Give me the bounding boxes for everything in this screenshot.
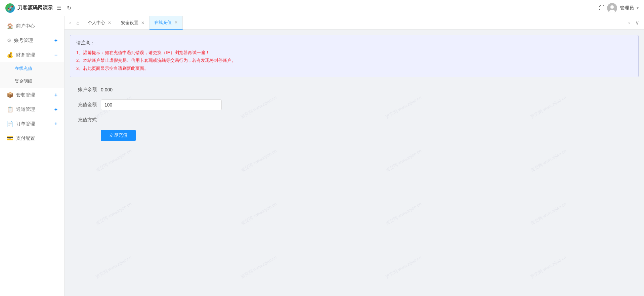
fullscreen-icon[interactable]: ⛶	[599, 5, 604, 11]
watermark-text: 资交网 www.zijiao.cn	[240, 201, 277, 226]
watermark-text: 资交网 www.zijiao.cn	[95, 148, 133, 173]
sidebar-label-merchant: 商户中心	[16, 23, 35, 29]
watermark-text: 资交网 www.zijiao.cn	[384, 148, 422, 173]
order-icon: 📄	[7, 121, 13, 127]
merchant-icon: 🏠	[7, 23, 13, 29]
channel-icon: 📋	[7, 106, 13, 113]
finance-collapse-icon[interactable]: −	[54, 52, 57, 58]
sidebar-item-order[interactable]: 📄 订单管理 +	[0, 117, 64, 131]
sidebar-label-channel: 通道管理	[16, 107, 35, 113]
notice-item-2: 2、本站账户禁止虚假交易、信用卡套现或洗钱等交易行为，若有发现将封停账户。	[76, 56, 632, 64]
page-content: 资交网 www.zijiao.cn资交网 www.zijiao.cn资交网 ww…	[65, 30, 644, 296]
amount-row: 充值金额	[70, 99, 639, 110]
notice-title: 请注意：	[76, 40, 632, 46]
method-row: 充值方式	[70, 117, 639, 123]
balance-row: 账户余额 0.000	[70, 87, 639, 93]
tab-expand-btn[interactable]: ∨	[633, 18, 641, 27]
submit-button[interactable]: 立即充值	[101, 130, 136, 141]
topbar-icons: ☰ ↻	[57, 5, 71, 11]
tab-security[interactable]: 安全设置 ✕	[116, 16, 149, 30]
order-expand-icon[interactable]: +	[54, 121, 57, 127]
tab-bar-left: ‹ ⌂ 个人中心 ✕ 安全设置 ✕ 在线充值 ✕	[67, 16, 626, 30]
sidebar-label-statement: 资金明细	[15, 79, 32, 84]
menu-toggle-icon[interactable]: ☰	[57, 5, 61, 11]
package-expand-icon[interactable]: +	[54, 92, 57, 98]
tab-personal-close-icon[interactable]: ✕	[108, 20, 111, 25]
package-icon: 📦	[7, 92, 13, 98]
sidebar-label-account: 账号管理	[14, 38, 33, 44]
admin-avatar	[607, 3, 617, 13]
tab-personal-label: 个人中心	[88, 20, 105, 26]
sidebar-item-recharge[interactable]: 在线充值	[0, 62, 64, 75]
topbar-left: 🚀 刀客源码网演示 ☰ ↻	[5, 3, 71, 13]
admin-name[interactable]: 管理员	[620, 5, 634, 11]
topbar: 🚀 刀客源码网演示 ☰ ↻ ⛶ 管理员 ▾	[0, 0, 644, 16]
channel-expand-icon[interactable]: +	[54, 107, 57, 113]
sidebar-item-finance[interactable]: 💰 财务管理 −	[0, 48, 64, 62]
balance-value: 0.000	[101, 87, 113, 92]
watermark-text: 资交网 www.zijiao.cn	[240, 148, 277, 173]
sidebar-label-order: 订单管理	[16, 121, 35, 127]
tab-personal[interactable]: 个人中心 ✕	[83, 16, 116, 30]
finance-submenu: 在线充值 资金明细	[0, 62, 64, 88]
watermark-text: 资交网 www.zijiao.cn	[529, 254, 567, 280]
watermark-text: 资交网 www.zijiao.cn	[95, 201, 133, 226]
svg-point-1	[610, 5, 614, 9]
tab-bar: ‹ ⌂ 个人中心 ✕ 安全设置 ✕ 在线充值 ✕ › ∨	[65, 16, 644, 30]
tab-home-icon[interactable]: ⌂	[73, 20, 83, 26]
account-expand-icon[interactable]: +	[54, 38, 57, 44]
watermark-text: 资交网 www.zijiao.cn	[240, 254, 277, 280]
sidebar-item-merchant[interactable]: 🏠 商户中心	[0, 19, 64, 33]
finance-icon: 💰	[7, 52, 13, 58]
sidebar-item-channel[interactable]: 📋 通道管理 +	[0, 102, 64, 117]
watermark-text: 资交网 www.zijiao.cn	[384, 201, 422, 226]
watermark-text: 资交网 www.zijiao.cn	[95, 254, 133, 280]
tab-security-label: 安全设置	[121, 20, 138, 26]
method-label: 充值方式	[70, 117, 97, 123]
amount-input[interactable]	[101, 99, 222, 110]
balance-label: 账户余额	[70, 87, 97, 93]
sidebar-item-account[interactable]: ⚙ 账号管理 +	[0, 33, 64, 48]
amount-label: 充值金额	[70, 102, 97, 108]
tab-back-btn[interactable]: ‹	[67, 20, 73, 26]
payment-icon: 💳	[7, 135, 13, 141]
topbar-right: ⛶ 管理员 ▾	[599, 3, 639, 13]
admin-chevron-icon[interactable]: ▾	[637, 6, 639, 10]
tab-recharge[interactable]: 在线充值 ✕	[149, 16, 183, 30]
tab-recharge-close-icon[interactable]: ✕	[174, 20, 178, 25]
logo-area: 🚀 刀客源码网演示	[5, 3, 53, 13]
account-icon: ⚙	[7, 37, 11, 44]
notice-item-3: 3、若此页面显示空白请刷新此页面。	[76, 65, 632, 72]
main-layout: 🏠 商户中心 ⚙ 账号管理 + 💰 财务管理 − 在线充值 资金明细	[0, 16, 644, 296]
watermark-text: 资交网 www.zijiao.cn	[384, 254, 422, 280]
tab-forward-btn[interactable]: ›	[626, 18, 632, 27]
refresh-icon[interactable]: ↻	[67, 5, 71, 11]
notice-item-1: 1、温馨提示：如在充值中遇到错误，请更换（IE）浏览器再试一遍！	[76, 49, 632, 56]
content-area: ‹ ⌂ 个人中心 ✕ 安全设置 ✕ 在线充值 ✕ › ∨	[65, 16, 644, 296]
sidebar-item-payment[interactable]: 💳 支付配置	[0, 131, 64, 145]
sidebar-label-payment: 支付配置	[16, 135, 35, 141]
watermark-text: 资交网 www.zijiao.cn	[529, 201, 567, 226]
tab-recharge-label: 在线充值	[154, 19, 172, 26]
sidebar-label-recharge: 在线充值	[15, 66, 32, 71]
form-area: 账户余额 0.000 充值金额 充值方式 立即充值	[70, 84, 639, 144]
watermark-text: 资交网 www.zijiao.cn	[529, 148, 567, 173]
sidebar: 🏠 商户中心 ⚙ 账号管理 + 💰 财务管理 − 在线充值 资金明细	[0, 16, 65, 296]
notice-box: 请注意： 1、温馨提示：如在充值中遇到错误，请更换（IE）浏览器再试一遍！ 2、…	[70, 35, 639, 77]
tab-security-close-icon[interactable]: ✕	[141, 20, 144, 25]
sidebar-label-finance: 财务管理	[16, 52, 35, 58]
sidebar-item-package[interactable]: 📦 套餐管理 +	[0, 88, 64, 102]
sidebar-label-package: 套餐管理	[16, 92, 35, 98]
tab-bar-right: › ∨	[626, 18, 641, 27]
app-title: 刀客源码网演示	[17, 5, 53, 11]
logo-icon: 🚀	[5, 3, 15, 13]
sidebar-item-statement[interactable]: 资金明细	[0, 75, 64, 88]
